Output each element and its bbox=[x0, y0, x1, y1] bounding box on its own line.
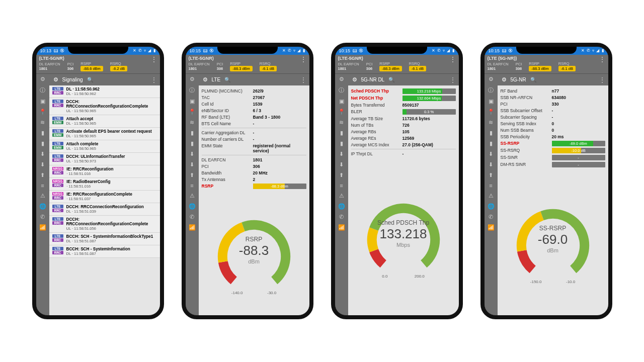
gauge-unit: Mbps bbox=[356, 242, 451, 248]
sidebar-icon-14[interactable]: 📶 bbox=[338, 224, 345, 231]
sidebar-icon-6[interactable]: ▮ bbox=[41, 140, 44, 147]
sidebar-icon-9[interactable]: ⬆ bbox=[339, 172, 344, 178]
sidebar-icon-4[interactable]: ≋ bbox=[190, 119, 194, 126]
gear-icon[interactable]: ⚙ bbox=[203, 76, 208, 83]
signaling-item[interactable]: LTERRCBCCH: SCH - SystemInformationBlock… bbox=[49, 233, 160, 245]
sidebar-icon-4[interactable]: ≋ bbox=[489, 119, 493, 126]
sidebar-icon-10[interactable]: ≡ bbox=[190, 183, 193, 189]
sidebar-icon-1[interactable]: ⓘ bbox=[339, 86, 344, 94]
sidebar-icon-13[interactable]: ✆ bbox=[339, 214, 344, 220]
sidebar-icon-2[interactable]: ▣ bbox=[489, 98, 494, 105]
sidebar-icon-11[interactable]: ⚠ bbox=[489, 193, 494, 199]
sidebar-icon-0[interactable]: ⚙ bbox=[190, 76, 195, 82]
sidebar-icon-10[interactable]: ≡ bbox=[41, 183, 44, 189]
sidebar-icon-9[interactable]: ⬆ bbox=[40, 172, 45, 178]
signaling-list[interactable]: LTERRCDL · 11:58:50.962DL · 11:58:50.962… bbox=[49, 85, 160, 319]
gear-icon[interactable]: ⚙ bbox=[502, 76, 507, 83]
overflow-menu-icon[interactable]: ⋮ bbox=[151, 57, 157, 62]
sidebar-icon-7[interactable]: ⬇ bbox=[40, 151, 45, 157]
overflow-menu-icon[interactable]: ⋮ bbox=[599, 57, 605, 62]
sidebar-icon-14[interactable]: 📶 bbox=[189, 224, 196, 231]
sidebar-icon-0[interactable]: ⚙ bbox=[40, 76, 45, 82]
sidebar-icon-0[interactable]: ⚙ bbox=[339, 76, 344, 82]
tab-overflow-icon[interactable]: ⋮ bbox=[450, 76, 456, 83]
signaling-item[interactable]: LTEEMMAttach completeUL · 11:58:50.965 bbox=[49, 140, 160, 153]
sidebar-icon-2[interactable]: ▣ bbox=[40, 98, 45, 105]
sidebar-icon-2[interactable]: ▣ bbox=[339, 98, 344, 105]
sidebar-icon-11[interactable]: ⚠ bbox=[190, 193, 195, 199]
signaling-item[interactable]: LTEEMMActivate default EPS bearer contex… bbox=[49, 128, 160, 140]
sidebar-icon-8[interactable]: ⬇ bbox=[40, 161, 45, 168]
signaling-item[interactable]: LTEEMMAttach acceptDL · 11:58:50.965 bbox=[49, 115, 160, 128]
signaling-item[interactable]: NRSGRRCIE: RRCReconfigurationComplete· 1… bbox=[49, 191, 160, 203]
sidebar-icon-0[interactable]: ⚙ bbox=[489, 76, 494, 82]
sidebar-icon-8[interactable]: ⬇ bbox=[190, 161, 194, 168]
tab-overflow-icon[interactable]: ⋮ bbox=[300, 76, 306, 83]
sidebar-icon-13[interactable]: ✆ bbox=[40, 214, 45, 220]
signaling-item[interactable]: LTERRCDCCH: ULInformationTransferUL · 11… bbox=[49, 153, 160, 165]
sidebar-icon-7[interactable]: ⬇ bbox=[489, 151, 493, 157]
sidebar-icon-3[interactable]: 📍 bbox=[189, 109, 196, 115]
sidebar-icon-1[interactable]: ⓘ bbox=[488, 86, 494, 94]
tab-label[interactable]: LTE bbox=[212, 77, 221, 82]
value-bar: 0.3 % bbox=[403, 109, 456, 115]
sidebar-icon-10[interactable]: ≡ bbox=[489, 183, 492, 189]
gauge-metric: RSRP bbox=[206, 236, 302, 243]
gear-icon[interactable]: ⚙ bbox=[53, 76, 58, 83]
sidebar-icon-7[interactable]: ⬇ bbox=[190, 151, 194, 157]
sidebar-icon-12[interactable]: 🌐 bbox=[488, 203, 495, 210]
sidebar-icon-6[interactable]: ▮ bbox=[490, 140, 493, 147]
sidebar-icon-7[interactable]: ⬇ bbox=[339, 151, 344, 157]
sidebar-icon-6[interactable]: ▮ bbox=[340, 140, 343, 147]
sidebar-icon-12[interactable]: 🌐 bbox=[189, 203, 196, 210]
sidebar-icon-13[interactable]: ✆ bbox=[489, 214, 493, 220]
signaling-item[interactable]: LTERRCBCCH: SCH - SystemInformationDL · … bbox=[49, 245, 160, 258]
signaling-item[interactable]: LTERRCDCCH: RRCConnectionReconfiguration… bbox=[49, 216, 160, 233]
search-icon[interactable]: 🔍 bbox=[388, 77, 394, 82]
kv-key: SSB Periodicity bbox=[501, 134, 552, 139]
search-icon[interactable]: 🔍 bbox=[87, 77, 93, 82]
tab-label[interactable]: 5G-NR DL bbox=[361, 77, 385, 82]
sidebar-icon-6[interactable]: ▮ bbox=[191, 140, 194, 147]
sidebar-icon-8[interactable]: ⬇ bbox=[339, 161, 344, 168]
sidebar-icon-8[interactable]: ⬇ bbox=[489, 161, 493, 168]
sidebar-icon-5[interactable]: ▮ bbox=[41, 130, 44, 136]
sidebar-icon-14[interactable]: 📶 bbox=[488, 224, 495, 231]
signaling-item[interactable]: LTERRCDCCH: RRCConnectionReconfiguration… bbox=[49, 203, 160, 216]
sidebar-icon-2[interactable]: ▣ bbox=[190, 98, 195, 105]
sidebar-icon-1[interactable]: ⓘ bbox=[40, 86, 45, 94]
sidebar-icon-9[interactable]: ⬆ bbox=[190, 172, 194, 178]
kv-key: SSB NR-ARFCN bbox=[501, 95, 552, 100]
tab-overflow-icon[interactable]: ⋮ bbox=[599, 76, 605, 83]
sidebar-icon-10[interactable]: ≡ bbox=[340, 183, 343, 189]
sidebar-icon-13[interactable]: ✆ bbox=[190, 214, 194, 220]
sidebar-icon-12[interactable]: 🌐 bbox=[39, 203, 46, 210]
sidebar-icon-9[interactable]: ⬆ bbox=[489, 172, 493, 178]
sidebar-icon-11[interactable]: ⚠ bbox=[40, 193, 45, 199]
signaling-item[interactable]: NRSGRRCIE: RRCReconfiguration· 11:58:51.… bbox=[49, 165, 160, 178]
overflow-menu-icon[interactable]: ⋮ bbox=[300, 57, 306, 62]
tab-overflow-icon[interactable]: ⋮ bbox=[151, 76, 157, 83]
sidebar-icon-4[interactable]: ≋ bbox=[40, 119, 45, 126]
sidebar-icon-5[interactable]: ▮ bbox=[490, 130, 493, 136]
overflow-menu-icon[interactable]: ⋮ bbox=[450, 57, 456, 62]
sidebar-icon-14[interactable]: 📶 bbox=[39, 224, 46, 231]
tab-label[interactable]: 5G-NR bbox=[511, 77, 526, 82]
sidebar-icon-3[interactable]: 📍 bbox=[488, 109, 495, 115]
sidebar-icon-12[interactable]: 🌐 bbox=[338, 203, 345, 210]
signaling-item[interactable]: LTERRCDL · 11:58:50.962DL · 11:58:50.962 bbox=[49, 85, 160, 98]
sidebar-icon-5[interactable]: ▮ bbox=[340, 130, 343, 136]
search-icon[interactable]: 🔍 bbox=[530, 77, 536, 82]
tab-label[interactable]: Signaling bbox=[62, 77, 83, 82]
sidebar-icon-11[interactable]: ⚠ bbox=[339, 193, 344, 199]
sidebar-icon-5[interactable]: ▮ bbox=[191, 130, 194, 136]
signaling-item[interactable]: NRSGRRCIE: RadioBearerConfig· 11:58:51.0… bbox=[49, 178, 160, 191]
sidebar-icon-3[interactable]: 📍 bbox=[338, 109, 345, 115]
search-icon[interactable]: 🔍 bbox=[224, 77, 230, 82]
sidebar-icon-3[interactable]: 📍 bbox=[39, 109, 46, 115]
signaling-item[interactable]: LTERRCDCCH: RRCConnectionReconfiguration… bbox=[49, 98, 160, 115]
gauge-value: -88.3 bbox=[206, 243, 302, 258]
sidebar-icon-1[interactable]: ⓘ bbox=[189, 86, 195, 94]
sidebar-icon-4[interactable]: ≋ bbox=[339, 119, 344, 126]
gear-icon[interactable]: ⚙ bbox=[352, 76, 357, 83]
